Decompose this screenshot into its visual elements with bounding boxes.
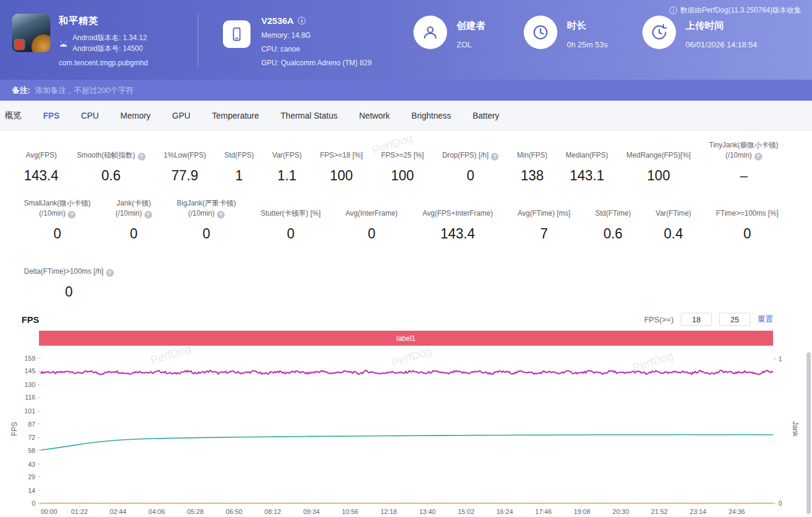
x-tick-label: 04:06 — [149, 508, 165, 515]
fps-threshold-filter: FPS(>=) 重置 — [644, 313, 773, 326]
app-version-name: Android版本名: 1.34.12 — [73, 32, 147, 43]
stats-panel: Avg(FPS)143.4Smooth(稳帧指数)?0.61%Low(FPS)7… — [0, 131, 812, 310]
stat-item: SmallJank(微小卡顿)(/10min)?0 — [24, 198, 90, 242]
stat-item: Min(FPS)138 — [517, 140, 548, 184]
y-tick-label: 29 — [28, 473, 35, 480]
tab-network[interactable]: Network — [359, 111, 390, 120]
stat-label: Smooth(稳帧指数)? — [77, 140, 145, 161]
stat-label: Avg(InterFrame) — [345, 198, 397, 219]
stat-item: Avg(FTime) [ms]7 — [518, 198, 570, 242]
help-icon[interactable]: ? — [138, 153, 146, 161]
stat-value: 0.6 — [101, 168, 120, 184]
tab-battery[interactable]: Battery — [473, 111, 499, 120]
note-bar: 备注: — [0, 80, 812, 101]
stat-item: FPS>=18 [%]100 — [320, 140, 363, 184]
stat-item: FPS>=25 [%]100 — [381, 140, 424, 184]
perfdog-report-page: i 数据由PerfDog(11.3.250764)版本收集 和平精英 Andro… — [0, 0, 812, 517]
stat-value: 1.1 — [277, 168, 297, 184]
tab-cn-0[interactable]: 概览 — [5, 110, 22, 121]
reset-button[interactable]: 重置 — [757, 314, 773, 325]
tab-cpu[interactable]: CPU — [81, 111, 99, 120]
tab-temperature[interactable]: Temperature — [212, 111, 259, 120]
x-tick-label: 16:24 — [497, 508, 514, 515]
stat-value: 138 — [521, 168, 544, 184]
y-tick-label: 116 — [25, 394, 35, 401]
stat-item: Var(FPS)1.1 — [272, 140, 301, 184]
stat-row-2: SmallJank(微小卡顿)(/10min)?0Jank(卡顿)(/10min… — [24, 198, 778, 242]
stat-value: 0 — [467, 168, 475, 184]
series-teal-line — [41, 435, 773, 451]
android-icon — [59, 41, 68, 47]
stat-label: FPS>=25 [%] — [381, 140, 424, 161]
help-icon[interactable]: ? — [217, 211, 225, 219]
y-tick-label-right: 1 — [778, 355, 782, 362]
app-block: 和平精英 Android版本名: 1.34.12 Android版本号: 145… — [12, 14, 148, 67]
stat-item: Median(FPS)143.1 — [566, 140, 608, 184]
help-icon[interactable]: ? — [106, 269, 114, 277]
upload-time-value: 06/01/2026 14:18:54 — [686, 40, 757, 49]
x-tick-label: 00:00 — [41, 508, 58, 515]
stat-item: Std(FTime)0.6 — [595, 198, 631, 242]
tab-gpu[interactable]: GPU — [172, 111, 190, 120]
tab-bar: 概览FPSCPUMemoryGPUTemperatureThermal Stat… — [0, 101, 812, 131]
stat-label: Drop(FPS) [/h]? — [442, 140, 499, 161]
device-gpu: GPU: Qualcomm Adreno (TM) 829 — [261, 59, 372, 67]
page-scrollbar[interactable] — [807, 352, 811, 514]
chart-label-band: label1 — [39, 331, 773, 346]
device-info-icon[interactable]: i — [298, 17, 306, 25]
creator-value: ZOL — [457, 40, 485, 49]
creator-label: 创建者 — [457, 20, 485, 32]
x-tick-label: 12:18 — [381, 508, 397, 515]
help-icon[interactable]: ? — [491, 153, 499, 161]
tab-thermal-status[interactable]: Thermal Status — [280, 111, 337, 120]
x-tick-label: 05:28 — [187, 508, 204, 515]
fps-filter-label: FPS(>=) — [644, 315, 674, 324]
stat-label: Var(FPS) — [272, 140, 301, 161]
stat-value: 7 — [540, 226, 548, 242]
fps-threshold-input-2[interactable] — [719, 313, 750, 326]
x-tick-label: 10:56 — [342, 508, 358, 515]
x-tick-label: 24:36 — [729, 508, 745, 515]
device-block: V2536A i Memory: 14.8G CPU: canoe GPU: Q… — [223, 16, 372, 67]
tab-fps[interactable]: FPS — [43, 111, 59, 120]
y-tick-label: 0 — [32, 500, 35, 507]
app-icon — [12, 14, 50, 52]
help-icon[interactable]: ? — [144, 211, 152, 219]
fps-chart-title: FPS — [22, 315, 39, 325]
stat-value: 0 — [287, 226, 295, 242]
stat-item: Stutter(卡顿率) [%]0 — [261, 198, 321, 242]
stat-item: Avg(FPS+InterFrame)143.4 — [422, 198, 493, 242]
tab-brightness[interactable]: Brightness — [412, 111, 451, 120]
stat-item: MedRange(FPS)[%]100 — [626, 140, 690, 184]
note-input[interactable] — [35, 86, 800, 95]
stat-item: Drop(FPS) [/h]?0 — [442, 140, 499, 184]
report-header: i 数据由PerfDog(11.3.250764)版本收集 和平精英 Andro… — [0, 0, 812, 80]
app-info: 和平精英 Android版本名: 1.34.12 Android版本号: 145… — [59, 14, 148, 67]
stat-item: FTime>=100ms [%]0 — [716, 198, 778, 242]
app-name: 和平精英 — [59, 15, 148, 28]
y-tick-label: 145 — [25, 367, 35, 374]
stat-label: MedRange(FPS)[%] — [626, 140, 690, 161]
app-package: com.tencent.tmgp.pubgmhd — [59, 59, 148, 67]
stat-item: Std(FPS)1 — [224, 140, 253, 184]
stat-value: – — [740, 168, 748, 184]
series-fps — [41, 370, 773, 374]
stat-value: 0.4 — [664, 226, 683, 242]
stat-value: 77.9 — [171, 168, 198, 184]
stat-label: BigJank(严重卡顿)(/10min)? — [177, 198, 236, 219]
y-tick-label: 87 — [28, 421, 35, 428]
fps-threshold-input-1[interactable] — [681, 313, 712, 326]
help-icon[interactable]: ? — [754, 153, 762, 161]
info-icon[interactable]: i — [669, 7, 677, 14]
x-tick-label: 09:34 — [303, 508, 320, 515]
tab-memory[interactable]: Memory — [120, 111, 151, 120]
stat-value: 0 — [203, 226, 210, 242]
stat-value: 0 — [368, 226, 376, 242]
help-icon[interactable]: ? — [68, 211, 76, 219]
stat-label: TinyJank(极微小卡顿)(/10min)? — [709, 140, 778, 161]
note-label: 备注: — [12, 85, 30, 96]
fps-section-header: FPS FPS(>=) 重置 — [0, 310, 812, 328]
stat-value: 100 — [391, 168, 413, 184]
y-tick-label: 14 — [28, 487, 35, 494]
stat-item: Avg(FPS)143.4 — [24, 140, 59, 184]
